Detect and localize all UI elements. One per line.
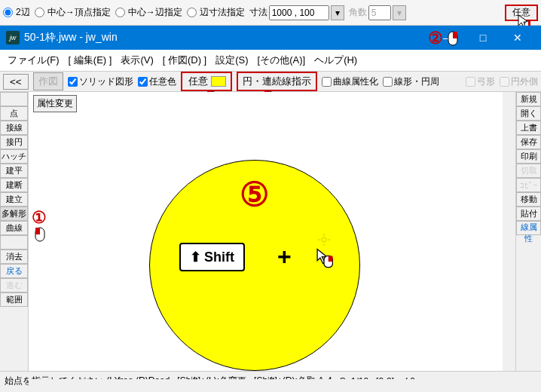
tool-tangent[interactable]: 接線 (0, 121, 28, 135)
titlebar: jw 50-1枠.jww - jw_win — □ ✕ ② (0, 26, 541, 50)
drawing-canvas[interactable]: 属性変更 ⑤ ⬆ Shift + ① (29, 92, 515, 371)
tool-blank1[interactable] (0, 92, 28, 106)
line-circum-checkbox[interactable]: 線形・円周 (383, 75, 439, 88)
circle-line-button[interactable]: 円・連続線指示 (237, 72, 317, 91)
app-icon: jw (6, 31, 20, 44)
menu-settings[interactable]: 設定(S) (215, 54, 248, 67)
tool-kenpei[interactable]: 建平 (0, 164, 28, 178)
sides-dropdown: ▾ (393, 5, 406, 20)
menu-help[interactable]: ヘルプ(H) (314, 54, 357, 67)
shift-key-icon: ⬆ Shift (179, 243, 245, 271)
menu-view[interactable]: 表示(V) (121, 54, 153, 67)
menu-draw[interactable]: [ 作図(D) ] (163, 54, 207, 67)
rtool-copy[interactable]: ｺﾋﾟｰ (516, 178, 541, 192)
tool-point[interactable]: 点 (0, 106, 28, 121)
rtool-save[interactable]: 保存 (516, 135, 541, 149)
rtool-paste[interactable]: 貼付 (516, 207, 541, 221)
anycolor-frame: 任意 (181, 72, 232, 91)
tool-kendan[interactable]: 建断 (0, 178, 28, 192)
callout-5: ⑤ (240, 175, 269, 213)
radio-center-vertex[interactable]: 中心→頂点指定 (35, 6, 111, 19)
tool-tangent-circle[interactable]: 接円 (0, 135, 28, 149)
menubar: ファイル(F) [ 編集(E) ] 表示(V) [ 作図(D) ] 設定(S) … (0, 50, 541, 71)
color-swatch[interactable] (211, 76, 226, 87)
tool-range[interactable]: 範囲 (0, 292, 28, 307)
rtool-cut[interactable]: 切取 (516, 164, 541, 178)
rtool-move[interactable]: 移動 (516, 192, 541, 207)
back-button[interactable]: << (3, 74, 29, 90)
tool-blank2[interactable] (0, 235, 28, 250)
tool-curve[interactable]: 曲線 (0, 221, 28, 235)
menu-file[interactable]: ファイル(F) (8, 54, 60, 67)
menu-other[interactable]: [その他(A)] (258, 54, 306, 67)
tool-kenritsu[interactable]: 建立 (0, 192, 28, 207)
options-toolbar: << 作図 ソリッド図形 任意色 任意 円・連続線指示 曲線属性化 線形・円周 … (0, 71, 541, 92)
parameter-toolbar: 2辺 中心→頂点指定 中心→辺指定 辺寸法指定 寸法 ▾ 角数 ▾ 任意 (0, 0, 541, 26)
rtool-print[interactable]: 印刷 (516, 149, 541, 164)
radio-side-dim[interactable]: 辺寸法指定 (187, 6, 245, 19)
svg-rect-3 (453, 32, 457, 38)
tool-erase[interactable]: 消去 (0, 250, 28, 264)
anycolor-checkbox[interactable]: 任意色 (138, 75, 176, 88)
plus-icon: + (277, 243, 292, 271)
mouse-icon-1 (33, 226, 47, 243)
curve-attr-checkbox[interactable]: 曲線属性化 (322, 75, 378, 88)
sides-label: 角数 (349, 6, 367, 19)
outer-checkbox: 円外側 (500, 75, 538, 88)
rtool-new[interactable]: 新規 (516, 92, 541, 106)
close-button[interactable]: ✕ (500, 26, 535, 50)
maximize-button[interactable]: □ (466, 26, 500, 50)
arc-checkbox: 弓形 (466, 75, 495, 88)
anycolor-button[interactable]: 任意 (187, 75, 209, 88)
vertical-scrollbar[interactable] (503, 92, 515, 371)
rtool-open[interactable]: 開く (516, 106, 541, 121)
tool-hatch[interactable]: ハッチ (0, 149, 28, 164)
dim-dropdown[interactable]: ▾ (331, 5, 344, 20)
rtool-lineattr[interactable]: 線属性 (516, 221, 541, 235)
tool-polygon[interactable]: 多解形 (0, 207, 28, 221)
attr-change-button[interactable]: 属性変更 (33, 95, 77, 112)
radio-center-side[interactable]: 中心→辺指定 (115, 6, 182, 19)
callout-2: ② (428, 29, 443, 48)
dim-label: 寸法 (249, 6, 267, 19)
sides-input (368, 5, 391, 20)
menu-edit[interactable]: [ 編集(E) ] (69, 54, 112, 67)
callout-1: ① (32, 208, 47, 228)
radio-2sides[interactable]: 2辺 (3, 6, 30, 19)
solid-checkbox[interactable]: ソリッド図形 (68, 75, 133, 88)
dim-input[interactable] (269, 5, 329, 20)
svg-rect-16 (35, 228, 40, 234)
tool-redo[interactable]: 進む (0, 278, 28, 292)
svg-rect-14 (329, 256, 333, 262)
workarea: 点 接線 接円 ハッチ 建平 建断 建立 多解形 曲線 消去 戻る 進む 範囲 … (0, 92, 541, 371)
left-toolbar: 点 接線 接円 ハッチ 建平 建断 建立 多解形 曲線 消去 戻る 進む 範囲 (0, 92, 29, 371)
svg-point-8 (322, 237, 326, 242)
sakuzu-button[interactable]: 作図 (33, 72, 63, 90)
mouse-icon-2 (446, 30, 460, 47)
arrow-up-icon: ⬆ (190, 249, 201, 265)
mouse-icon-5 (315, 247, 333, 268)
rtool-overwrite[interactable]: 上書 (516, 121, 541, 135)
tool-undo[interactable]: 戻る (0, 264, 28, 278)
right-toolbar: 新規 開く 上書 保存 印刷 切取 ｺﾋﾟｰ 移動 貼付 線属性 (515, 92, 541, 371)
window-title: 50-1枠.jww - jw_win (24, 31, 118, 44)
horizontal-scrollbar[interactable] (29, 379, 515, 392)
